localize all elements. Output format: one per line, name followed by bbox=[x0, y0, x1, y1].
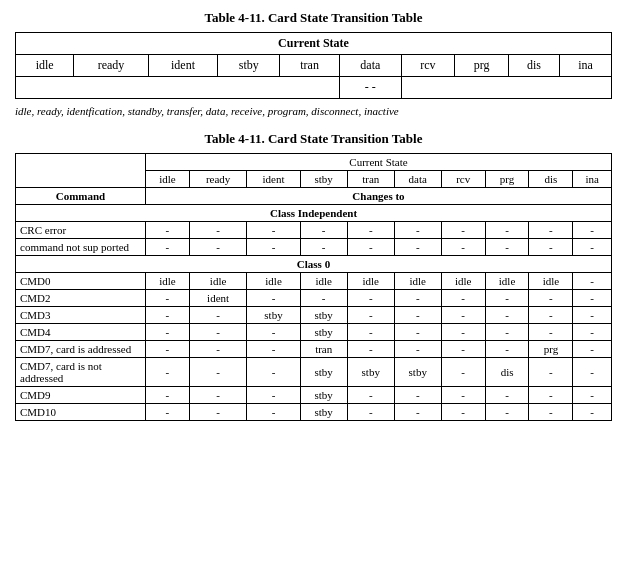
cell-2: - bbox=[247, 404, 300, 421]
cell-2: - bbox=[247, 290, 300, 307]
cell-2: - bbox=[247, 341, 300, 358]
cell-2: stby bbox=[247, 307, 300, 324]
cell-0: - bbox=[146, 290, 190, 307]
cell-6: - bbox=[441, 358, 485, 387]
cell-6: - bbox=[441, 324, 485, 341]
cell-2: idle bbox=[247, 273, 300, 290]
cell-6: - bbox=[441, 222, 485, 239]
cell-3: - bbox=[300, 239, 347, 256]
row-label: CMD3 bbox=[16, 307, 146, 324]
table-row: CRC error---------- bbox=[16, 222, 612, 239]
row-label: CMD9 bbox=[16, 387, 146, 404]
cell-0: - bbox=[146, 307, 190, 324]
command-label-cell: Command bbox=[16, 188, 146, 205]
cell-8: - bbox=[529, 387, 573, 404]
cell-7: - bbox=[485, 307, 529, 324]
top-col-ina: ina bbox=[559, 55, 611, 77]
cell-7: - bbox=[485, 290, 529, 307]
cell-1: idle bbox=[189, 273, 247, 290]
cell-7: - bbox=[485, 324, 529, 341]
cell-5: - bbox=[394, 222, 441, 239]
table-row: CMD10---stby------ bbox=[16, 404, 612, 421]
top-col-rcv: rcv bbox=[401, 55, 454, 77]
cell-4: - bbox=[347, 341, 394, 358]
section-header-cell: Class 0 bbox=[16, 256, 612, 273]
main-col-tran: tran bbox=[347, 171, 394, 188]
cell-0: - bbox=[146, 239, 190, 256]
table-row: command not sup ported---------- bbox=[16, 239, 612, 256]
cell-6: - bbox=[441, 239, 485, 256]
cell-1: - bbox=[189, 307, 247, 324]
cell-7: - bbox=[485, 341, 529, 358]
cell-4: - bbox=[347, 307, 394, 324]
row-label: CRC error bbox=[16, 222, 146, 239]
cell-7: dis bbox=[485, 358, 529, 387]
cell-5: - bbox=[394, 307, 441, 324]
cell-5: stby bbox=[394, 358, 441, 387]
cell-1: - bbox=[189, 387, 247, 404]
cell-6: - bbox=[441, 404, 485, 421]
cell-9: - bbox=[573, 404, 612, 421]
cell-8: - bbox=[529, 358, 573, 387]
main-col-rcv: rcv bbox=[441, 171, 485, 188]
table-row: Class 0 bbox=[16, 256, 612, 273]
cell-3: idle bbox=[300, 273, 347, 290]
cell-5: - bbox=[394, 290, 441, 307]
table-row: CMD3--stbystby------ bbox=[16, 307, 612, 324]
top-col-stby: stby bbox=[218, 55, 280, 77]
cell-4: - bbox=[347, 404, 394, 421]
top-col-ready: ready bbox=[74, 55, 149, 77]
main-col-stby: stby bbox=[300, 171, 347, 188]
cell-4: idle bbox=[347, 273, 394, 290]
top-dash: - - bbox=[339, 77, 401, 99]
main-col-ready: ready bbox=[189, 171, 247, 188]
cell-7: - bbox=[485, 239, 529, 256]
cell-1: - bbox=[189, 222, 247, 239]
cell-1: - bbox=[189, 324, 247, 341]
top-col-tran: tran bbox=[280, 55, 339, 77]
row-label: CMD0 bbox=[16, 273, 146, 290]
main-current-state-header: Current State bbox=[146, 154, 612, 171]
cell-5: - bbox=[394, 239, 441, 256]
cell-9: - bbox=[573, 307, 612, 324]
cell-5: idle bbox=[394, 273, 441, 290]
main-col-data: data bbox=[394, 171, 441, 188]
cell-7: - bbox=[485, 222, 529, 239]
top-col-idle: idle bbox=[16, 55, 74, 77]
cell-3: stby bbox=[300, 387, 347, 404]
cell-5: - bbox=[394, 324, 441, 341]
cell-8: - bbox=[529, 307, 573, 324]
cell-7: - bbox=[485, 387, 529, 404]
main-col-ident: ident bbox=[247, 171, 300, 188]
section-header-cell: Class Independent bbox=[16, 205, 612, 222]
legend-text: idle, ready, identfication, standby, tra… bbox=[15, 105, 612, 117]
main-col-dis: dis bbox=[529, 171, 573, 188]
cell-0: - bbox=[146, 387, 190, 404]
cell-5: - bbox=[394, 404, 441, 421]
cell-1: - bbox=[189, 239, 247, 256]
top-table: Current State idlereadyidentstbytrandata… bbox=[15, 32, 612, 99]
cell-9: - bbox=[573, 341, 612, 358]
cell-3: stby bbox=[300, 324, 347, 341]
cell-9: - bbox=[573, 358, 612, 387]
cell-4: - bbox=[347, 387, 394, 404]
cell-8: prg bbox=[529, 341, 573, 358]
cell-7: idle bbox=[485, 273, 529, 290]
cell-4: - bbox=[347, 239, 394, 256]
cell-9: - bbox=[573, 222, 612, 239]
cell-8: - bbox=[529, 324, 573, 341]
cell-3: tran bbox=[300, 341, 347, 358]
table-row: Class Independent bbox=[16, 205, 612, 222]
row-label: CMD2 bbox=[16, 290, 146, 307]
cell-5: - bbox=[394, 387, 441, 404]
cell-1: - bbox=[189, 404, 247, 421]
cell-2: - bbox=[247, 222, 300, 239]
table-row: CMD4---stby------ bbox=[16, 324, 612, 341]
cell-2: - bbox=[247, 239, 300, 256]
cell-0: - bbox=[146, 358, 190, 387]
cell-6: idle bbox=[441, 273, 485, 290]
cell-9: - bbox=[573, 239, 612, 256]
row-label: CMD4 bbox=[16, 324, 146, 341]
cell-6: - bbox=[441, 307, 485, 324]
cell-1: - bbox=[189, 358, 247, 387]
